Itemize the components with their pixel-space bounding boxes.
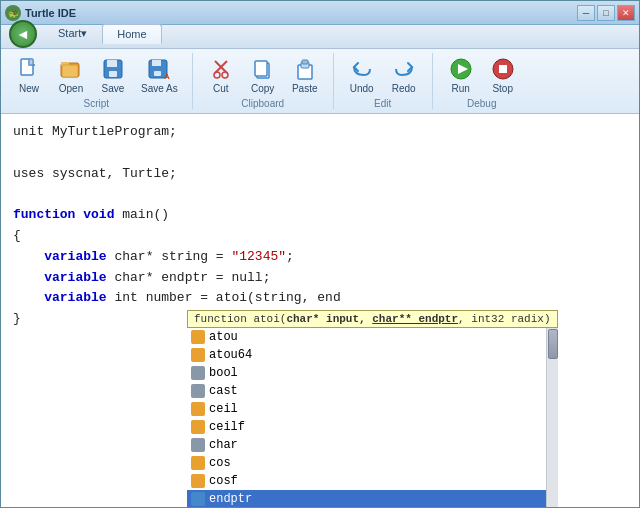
ac-item-char[interactable]: char [187, 436, 546, 454]
autocomplete-list-container: atou atou64 bool cast [187, 328, 558, 507]
run-icon [447, 55, 475, 83]
stop-label: Stop [492, 83, 513, 94]
ac-icon-atou [191, 330, 205, 344]
svg-marker-1 [29, 59, 33, 65]
ac-icon-char [191, 438, 205, 452]
redo-button[interactable]: Redo [384, 53, 424, 96]
svg-rect-7 [109, 71, 117, 77]
ac-icon-cosf [191, 474, 205, 488]
new-button[interactable]: New [9, 53, 49, 96]
ac-item-endptr[interactable]: endptr [187, 490, 546, 507]
code-line-3: uses syscnat, Turtle; [13, 164, 627, 185]
copy-icon [249, 55, 277, 83]
edit-group-label: Edit [374, 98, 391, 109]
ribbon-group-edit: Undo Redo Edit [334, 53, 433, 109]
copy-label: Copy [251, 83, 274, 94]
code-line-6: { [13, 226, 627, 247]
script-group-label: Script [84, 98, 110, 109]
ac-label-ceil: ceil [209, 402, 238, 416]
window-title: Turtle IDE [25, 7, 76, 19]
ac-icon-cos [191, 456, 205, 470]
copy-button[interactable]: Copy [243, 53, 283, 96]
run-label: Run [452, 83, 470, 94]
ac-item-ceilf[interactable]: ceilf [187, 418, 546, 436]
svg-point-15 [222, 72, 228, 78]
open-label: Open [59, 83, 83, 94]
ac-label-ceilf: ceilf [209, 420, 245, 434]
ac-item-atou64[interactable]: atou64 [187, 346, 546, 364]
tabs-row: ◄ Start▾ Home [9, 18, 162, 48]
code-line-7: variable char* string = "12345"; [13, 247, 627, 268]
autocomplete-scrollbar[interactable] [546, 328, 558, 507]
ac-icon-cast [191, 384, 205, 398]
open-icon [57, 55, 85, 83]
ac-item-cos[interactable]: cos [187, 454, 546, 472]
tab-start[interactable]: Start▾ [43, 23, 102, 43]
code-line-4 [13, 184, 627, 205]
paste-button[interactable]: Paste [285, 53, 325, 96]
ac-item-cosf[interactable]: cosf [187, 472, 546, 490]
cut-icon [207, 55, 235, 83]
save-label: Save [102, 83, 125, 94]
script-buttons: New Open Save A [9, 53, 184, 96]
redo-icon [390, 55, 418, 83]
ac-icon-ceil [191, 402, 205, 416]
ribbon-toolbar: New Open Save A [1, 49, 639, 114]
autocomplete-hint: function atoi(char* input, char** endptr… [187, 310, 558, 328]
back-button[interactable]: ◄ [9, 20, 37, 48]
ribbon-tab-bar: ◄ Start▾ Home [1, 25, 639, 49]
code-line-9: variable int number = atoi(string, end [13, 288, 627, 309]
clipboard-group-label: Clipboard [241, 98, 284, 109]
ac-label-char: char [209, 438, 238, 452]
undo-button[interactable]: Undo [342, 53, 382, 96]
edit-buttons: Undo Redo [342, 53, 424, 96]
autocomplete-list[interactable]: atou atou64 bool cast [187, 328, 546, 507]
svg-point-14 [214, 72, 220, 78]
ribbon-group-debug: Run Stop Debug [433, 53, 531, 109]
clipboard-buttons: Cut Copy Paste [201, 53, 325, 96]
ac-item-atou[interactable]: atou [187, 328, 546, 346]
open-button[interactable]: Open [51, 53, 91, 96]
ac-icon-bool [191, 366, 205, 380]
redo-label: Redo [392, 83, 416, 94]
paste-icon [291, 55, 319, 83]
code-line-1: unit MyTurtleProgram; [13, 122, 627, 143]
tab-home[interactable]: Home [102, 24, 161, 44]
save-button[interactable]: Save [93, 53, 133, 96]
saveas-label: Save As [141, 83, 178, 94]
ribbon-group-clipboard: Cut Copy Paste Clipboard [193, 53, 334, 109]
code-line-2 [13, 143, 627, 164]
ac-label-endptr: endptr [209, 492, 252, 506]
cut-button[interactable]: Cut [201, 53, 241, 96]
ac-label-bool: bool [209, 366, 238, 380]
saveas-button[interactable]: A Save As [135, 53, 184, 96]
scrollbar-thumb[interactable] [548, 329, 558, 359]
ac-icon-endptr [191, 492, 205, 506]
close-button[interactable]: ✕ [617, 5, 635, 21]
svg-rect-6 [107, 60, 117, 67]
svg-rect-20 [302, 60, 308, 64]
code-content: unit MyTurtleProgram; uses syscnat, Turt… [1, 114, 639, 507]
maximize-button[interactable]: □ [597, 5, 615, 21]
ac-label-cos: cos [209, 456, 231, 470]
ac-icon-atou64 [191, 348, 205, 362]
run-button[interactable]: Run [441, 53, 481, 96]
title-controls: ─ □ ✕ [577, 5, 635, 21]
save-icon [99, 55, 127, 83]
code-line-8: variable char* endptr = null; [13, 268, 627, 289]
stop-button[interactable]: Stop [483, 53, 523, 96]
paste-label: Paste [292, 83, 318, 94]
svg-rect-4 [62, 65, 78, 77]
debug-buttons: Run Stop [441, 53, 523, 96]
new-label: New [19, 83, 39, 94]
autocomplete-popup: function atoi(char* input, char** endptr… [187, 310, 558, 507]
minimize-button[interactable]: ─ [577, 5, 595, 21]
ac-label-atou64: atou64 [209, 348, 252, 362]
stop-icon [489, 55, 517, 83]
ac-item-bool[interactable]: bool [187, 364, 546, 382]
ac-item-ceil[interactable]: ceil [187, 400, 546, 418]
svg-rect-24 [499, 65, 507, 73]
new-icon [15, 55, 43, 83]
ac-item-cast[interactable]: cast [187, 382, 546, 400]
debug-group-label: Debug [467, 98, 496, 109]
